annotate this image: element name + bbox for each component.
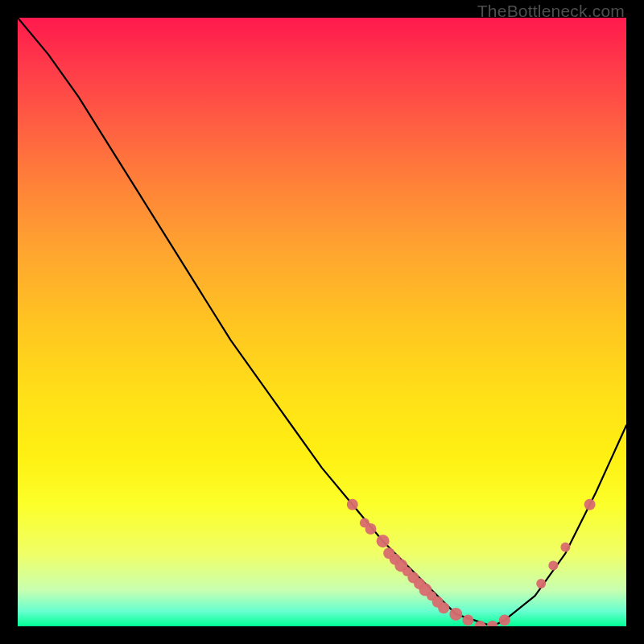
data-marker <box>487 621 498 626</box>
data-marker <box>377 535 390 547</box>
chart-area <box>18 18 626 626</box>
watermark-text: TheBottleneck.com <box>477 2 625 21</box>
data-marker <box>462 614 473 625</box>
data-marker <box>536 579 546 588</box>
data-marker <box>449 608 462 621</box>
bottleneck-chart <box>18 18 626 626</box>
data-marker <box>365 523 377 535</box>
data-marker <box>347 499 358 510</box>
data-marker <box>499 614 510 625</box>
bottleneck-curve <box>18 18 626 626</box>
data-marker <box>438 602 449 613</box>
data-marker <box>584 499 596 510</box>
data-marker <box>560 543 570 552</box>
data-marker <box>548 560 558 570</box>
